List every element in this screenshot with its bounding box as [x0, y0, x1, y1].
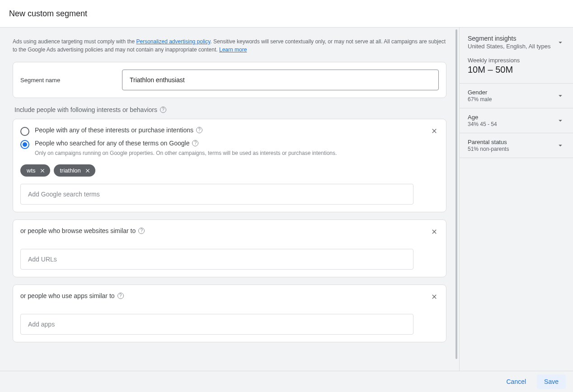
radio-search-terms-sub: Only on campaigns running on Google prop… — [35, 150, 439, 156]
page-header: New custom segment — [0, 0, 573, 28]
footer: Cancel Save — [0, 371, 573, 392]
radio-icon — [20, 127, 29, 136]
insights-subtitle: United States, English, All types — [468, 43, 556, 50]
chip-label: wts — [27, 167, 36, 174]
stat-value: 51% non-parents — [468, 146, 556, 152]
radio-search-terms-label: People who searched for any of these ter… — [35, 140, 189, 147]
chevron-down-icon[interactable] — [556, 116, 565, 125]
chevron-down-icon[interactable] — [556, 91, 565, 100]
chip-label: triathlon — [60, 167, 81, 174]
stat-parental[interactable]: Parental status 51% non-parents — [460, 133, 573, 158]
chip-remove-icon[interactable] — [39, 168, 46, 174]
chip-triathlon: triathlon — [54, 164, 95, 177]
stat-label: Parental status — [468, 139, 556, 145]
apps-input[interactable] — [20, 314, 413, 335]
include-label-text: Include people with following interests … — [14, 106, 157, 113]
help-icon[interactable] — [138, 228, 145, 234]
help-icon[interactable] — [117, 293, 124, 299]
policy-notice: Ads using audience targeting must comply… — [13, 28, 446, 62]
help-icon[interactable] — [192, 140, 198, 146]
learn-more-link[interactable]: Learn more — [219, 47, 247, 53]
segment-name-label: Segment name — [20, 77, 122, 84]
impressions-block: Weekly impressions 10M – 50M — [460, 57, 573, 84]
urls-card: or people who browse websites similar to — [13, 219, 446, 277]
radio-interests-label: People with any of these interests or pu… — [35, 126, 193, 134]
search-terms-input[interactable] — [20, 184, 413, 205]
apps-label: or people who use apps similar to — [20, 292, 439, 299]
main-column: Ads using audience targeting must comply… — [0, 28, 459, 371]
page-title: New custom segment — [9, 9, 87, 19]
apps-label-text: or people who use apps similar to — [20, 292, 115, 299]
stat-label: Gender — [468, 89, 556, 96]
urls-label-text: or people who browse websites similar to — [20, 227, 136, 234]
stat-label: Age — [468, 114, 556, 121]
policy-text: Ads using audience targeting must comply… — [13, 38, 136, 45]
apps-card: or people who use apps similar to — [13, 285, 446, 342]
segment-name-input[interactable] — [122, 70, 439, 90]
radio-icon — [20, 140, 29, 149]
stat-age[interactable]: Age 34% 45 - 54 — [460, 108, 573, 133]
stat-value: 34% 45 - 54 — [468, 121, 556, 127]
save-button[interactable]: Save — [537, 374, 566, 389]
close-icon[interactable] — [429, 126, 440, 136]
radio-search-terms[interactable]: People who searched for any of these ter… — [20, 140, 439, 149]
insights-title: Segment insights — [468, 35, 556, 42]
scrollbar[interactable] — [456, 29, 457, 359]
personalized-policy-link[interactable]: Personalized advertising policy — [136, 38, 210, 45]
impressions-value: 10M – 50M — [468, 65, 565, 75]
include-section-label: Include people with following interests … — [14, 106, 446, 113]
insights-panel: Segment insights United States, English,… — [459, 28, 573, 371]
chips-container: wts triathlon — [20, 164, 439, 177]
chip-remove-icon[interactable] — [85, 168, 91, 174]
impressions-label: Weekly impressions — [468, 57, 565, 64]
urls-label: or people who browse websites similar to — [20, 227, 439, 234]
interests-card: People with any of these interests or pu… — [13, 119, 446, 212]
insights-header: Segment insights United States, English,… — [460, 28, 573, 57]
chip-wts: wts — [20, 164, 50, 177]
help-icon[interactable] — [196, 127, 202, 133]
chevron-down-icon[interactable] — [556, 141, 565, 150]
close-icon[interactable] — [429, 291, 440, 302]
stat-gender[interactable]: Gender 67% male — [460, 84, 573, 108]
close-icon[interactable] — [429, 226, 440, 237]
cancel-button[interactable]: Cancel — [499, 374, 533, 389]
urls-input[interactable] — [20, 249, 413, 270]
chevron-down-icon[interactable] — [556, 38, 565, 47]
radio-interests[interactable]: People with any of these interests or pu… — [20, 126, 439, 136]
help-icon[interactable] — [160, 107, 166, 113]
segment-name-card: Segment name — [13, 62, 446, 98]
stat-value: 67% male — [468, 96, 556, 103]
